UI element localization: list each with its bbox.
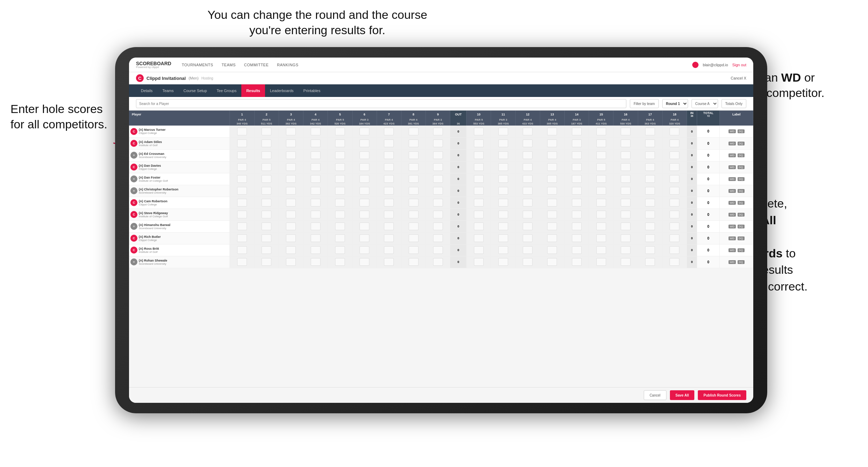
score-input[interactable] — [286, 234, 296, 242]
score-input[interactable] — [547, 163, 557, 171]
dq-button[interactable]: DQ — [738, 260, 745, 264]
score-input[interactable] — [572, 234, 582, 242]
score-input[interactable] — [474, 199, 484, 206]
score-input[interactable] — [596, 211, 606, 218]
score-input[interactable] — [474, 187, 484, 195]
score-input[interactable] — [547, 258, 557, 266]
score-input[interactable] — [384, 258, 394, 266]
score-input[interactable] — [360, 199, 369, 206]
score-input[interactable] — [523, 223, 533, 230]
dq-button[interactable]: DQ — [738, 201, 745, 205]
score-input[interactable] — [360, 163, 369, 171]
score-input[interactable] — [311, 223, 320, 230]
wd-button[interactable]: WD — [729, 177, 736, 181]
score-input[interactable] — [237, 246, 247, 254]
score-input[interactable] — [409, 258, 418, 266]
dq-button[interactable]: DQ — [738, 213, 745, 217]
score-input[interactable] — [433, 223, 443, 230]
score-input[interactable] — [237, 163, 247, 171]
score-input[interactable] — [498, 234, 508, 242]
score-input[interactable] — [360, 175, 369, 183]
score-input[interactable] — [621, 246, 631, 254]
score-input[interactable] — [670, 163, 679, 171]
nav-rankings[interactable]: RANKINGS — [277, 63, 298, 67]
score-input[interactable] — [547, 211, 557, 218]
score-input[interactable] — [621, 128, 631, 135]
score-input[interactable] — [572, 187, 582, 195]
wd-button[interactable]: WD — [729, 189, 736, 193]
score-input[interactable] — [523, 211, 533, 218]
score-input[interactable] — [547, 151, 557, 159]
score-input[interactable] — [498, 246, 508, 254]
score-input[interactable] — [409, 140, 418, 147]
score-input[interactable] — [384, 163, 394, 171]
score-input[interactable] — [547, 234, 557, 242]
score-input[interactable] — [670, 246, 679, 254]
wd-button[interactable]: WD — [729, 129, 736, 133]
score-input[interactable] — [433, 258, 443, 266]
score-input[interactable] — [335, 258, 345, 266]
score-input[interactable] — [474, 258, 484, 266]
score-input[interactable] — [409, 163, 418, 171]
score-input[interactable] — [474, 223, 484, 230]
score-input[interactable] — [596, 140, 606, 147]
score-input[interactable] — [433, 175, 443, 183]
score-input[interactable] — [237, 211, 247, 218]
score-input[interactable] — [409, 151, 418, 159]
tab-course-setup[interactable]: Course Setup — [179, 84, 212, 97]
score-input[interactable] — [670, 187, 679, 195]
score-input[interactable] — [498, 258, 508, 266]
score-input[interactable] — [360, 128, 369, 135]
score-input[interactable] — [596, 223, 606, 230]
score-input[interactable] — [286, 128, 296, 135]
score-input[interactable] — [645, 140, 655, 147]
score-input[interactable] — [547, 175, 557, 183]
score-input[interactable] — [237, 187, 247, 195]
score-input[interactable] — [523, 258, 533, 266]
score-input[interactable] — [433, 140, 443, 147]
score-input[interactable] — [262, 246, 271, 254]
score-input[interactable] — [360, 140, 369, 147]
score-input[interactable] — [645, 211, 655, 218]
score-input[interactable] — [384, 211, 394, 218]
dq-button[interactable]: DQ — [738, 153, 745, 157]
score-input[interactable] — [409, 128, 418, 135]
score-input[interactable] — [237, 151, 247, 159]
totals-only-button[interactable]: Totals Only — [722, 99, 746, 108]
score-input[interactable] — [621, 258, 631, 266]
score-input[interactable] — [621, 211, 631, 218]
dq-button[interactable]: DQ — [738, 165, 745, 169]
wd-button[interactable]: WD — [729, 260, 736, 264]
score-input[interactable] — [360, 246, 369, 254]
score-input[interactable] — [498, 140, 508, 147]
score-input[interactable] — [596, 163, 606, 171]
save-all-button[interactable]: Save All — [670, 390, 695, 400]
score-input[interactable] — [335, 175, 345, 183]
score-input[interactable] — [670, 199, 679, 206]
score-input[interactable] — [596, 128, 606, 135]
score-input[interactable] — [474, 211, 484, 218]
score-input[interactable] — [262, 187, 271, 195]
score-input[interactable] — [621, 223, 631, 230]
score-input[interactable] — [523, 187, 533, 195]
score-input[interactable] — [523, 175, 533, 183]
wd-button[interactable]: WD — [729, 225, 736, 228]
score-input[interactable] — [523, 163, 533, 171]
score-input[interactable] — [474, 163, 484, 171]
score-input[interactable] — [621, 151, 631, 159]
score-input[interactable] — [670, 175, 679, 183]
wd-button[interactable]: WD — [729, 165, 736, 169]
score-input[interactable] — [645, 187, 655, 195]
score-input[interactable] — [335, 128, 345, 135]
tab-details[interactable]: Details — [136, 84, 158, 97]
score-input[interactable] — [645, 258, 655, 266]
score-input[interactable] — [572, 151, 582, 159]
score-input[interactable] — [596, 234, 606, 242]
score-input[interactable] — [409, 234, 418, 242]
score-input[interactable] — [262, 199, 271, 206]
score-input[interactable] — [547, 199, 557, 206]
score-input[interactable] — [286, 187, 296, 195]
tab-printables[interactable]: Printables — [299, 84, 325, 97]
score-input[interactable] — [384, 151, 394, 159]
score-input[interactable] — [237, 175, 247, 183]
